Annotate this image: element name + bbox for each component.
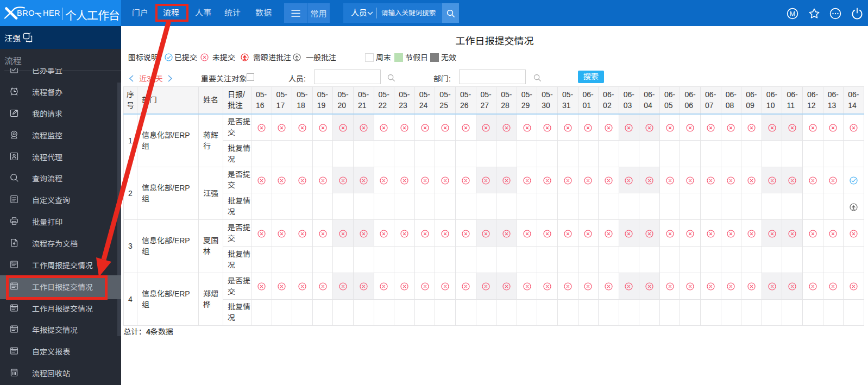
svg-text:M: M xyxy=(790,10,795,18)
